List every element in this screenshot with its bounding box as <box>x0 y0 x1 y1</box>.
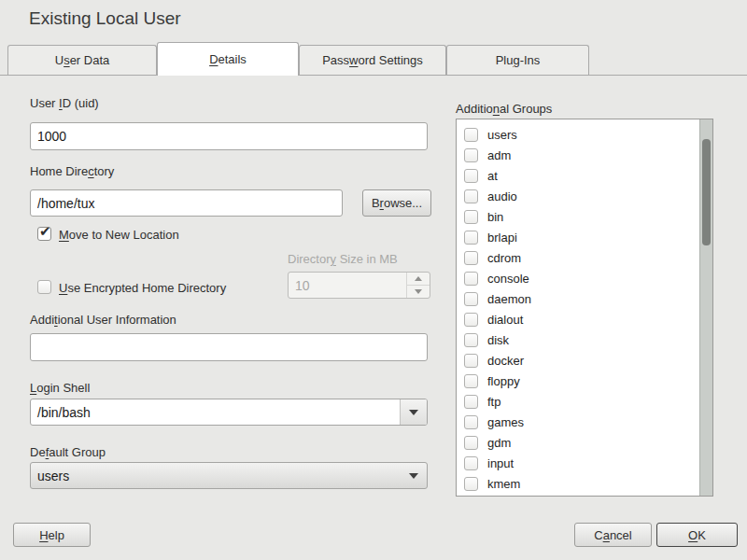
tab-details[interactable]: Details <box>157 42 299 76</box>
group-label: disk <box>487 333 509 347</box>
additional-groups-label: Additional Groups <box>456 102 552 116</box>
page-title: Existing Local User <box>29 8 181 29</box>
additional-info-label: Additional User Information <box>30 313 176 327</box>
scrollbar-thumb[interactable] <box>702 139 711 245</box>
group-checkbox[interactable] <box>464 169 478 183</box>
group-label: daemon <box>487 292 531 306</box>
tab-bar: User DataDetailsPassword SettingsPlug-In… <box>7 42 589 76</box>
group-row[interactable]: dialout <box>457 309 699 329</box>
chevron-down-icon <box>409 410 418 415</box>
use-encrypted-home-label: Use Encrypted Home Directory <box>59 281 226 295</box>
browse-button[interactable]: Browse... <box>362 189 431 217</box>
group-row[interactable]: users <box>457 124 699 145</box>
tab-password-settings[interactable]: Password Settings <box>299 45 446 75</box>
group-row[interactable]: adm <box>457 145 699 165</box>
group-row[interactable]: disk <box>457 329 699 350</box>
group-label: games <box>487 415 524 429</box>
group-label: console <box>487 272 529 286</box>
default-group-dropdown-button[interactable] <box>401 463 427 488</box>
existing-local-user-dialog: Existing Local User User DataDetailsPass… <box>0 0 747 560</box>
use-encrypted-home-checkbox[interactable] <box>37 280 51 294</box>
directory-size-label: Directory Size in MB <box>288 252 398 266</box>
group-row[interactable]: brlapi <box>457 227 699 247</box>
group-row[interactable]: floppy <box>457 371 699 391</box>
group-row[interactable]: daemon <box>457 288 699 309</box>
group-label: dialout <box>487 313 523 327</box>
group-label: docker <box>487 354 524 368</box>
group-checkbox[interactable] <box>464 148 478 162</box>
group-row[interactable]: lock <box>457 494 699 496</box>
spinner-value: 10 <box>295 278 310 293</box>
group-checkbox[interactable] <box>464 333 478 347</box>
spinner-arrows <box>406 273 430 298</box>
group-label: gdm <box>487 436 511 450</box>
group-list-scrollbar[interactable] <box>699 119 712 496</box>
group-label: at <box>487 169 498 183</box>
arrow-down-icon <box>415 289 422 294</box>
group-checkbox[interactable] <box>464 436 478 450</box>
group-row[interactable]: docker <box>457 350 699 371</box>
group-checkbox[interactable] <box>464 189 478 203</box>
home-directory-label: Home Directory <box>30 164 114 178</box>
tab-plug-ins[interactable]: Plug-Ins <box>446 45 589 75</box>
login-shell-label: Login Shell <box>30 381 90 395</box>
ok-button[interactable]: OK <box>656 523 738 547</box>
additional-groups-list[interactable]: usersadmataudiobinbrlapicdromconsoledaem… <box>456 119 713 497</box>
group-label: adm <box>487 148 511 162</box>
group-checkbox[interactable] <box>464 477 478 491</box>
move-to-new-location-label: Move to New Location <box>59 228 179 242</box>
group-checkbox[interactable] <box>464 231 478 245</box>
group-row[interactable]: console <box>457 268 699 288</box>
chevron-down-icon <box>409 473 418 479</box>
group-label: ftp <box>487 395 500 409</box>
group-checkbox[interactable] <box>464 395 478 409</box>
group-row[interactable]: kmem <box>457 473 699 494</box>
login-shell-combobox[interactable]: /bin/bash <box>30 399 428 426</box>
cancel-button[interactable]: Cancel <box>574 523 652 547</box>
group-checkbox[interactable] <box>464 313 478 327</box>
group-checkbox[interactable] <box>464 251 478 265</box>
directory-size-spinner: 10 <box>288 272 430 299</box>
group-row[interactable]: bin <box>457 206 699 227</box>
default-group-label: Default Group <box>30 445 106 459</box>
group-checkbox[interactable] <box>464 128 478 142</box>
group-label: input <box>487 456 514 470</box>
group-row[interactable]: input <box>457 453 699 473</box>
group-label: audio <box>487 189 517 203</box>
group-checkbox[interactable] <box>464 272 478 286</box>
default-group-combobox[interactable]: users <box>30 462 428 489</box>
group-row[interactable]: gdm <box>457 432 699 453</box>
group-label: floppy <box>487 374 520 388</box>
group-row[interactable]: cdrom <box>457 247 699 268</box>
login-shell-value: /bin/bash <box>31 405 400 420</box>
group-label: brlapi <box>487 231 517 245</box>
additional-info-input[interactable] <box>30 333 428 361</box>
arrow-up-icon <box>415 276 422 281</box>
group-checkbox[interactable] <box>464 354 478 368</box>
move-to-new-location-checkbox[interactable] <box>37 227 51 241</box>
group-row[interactable]: at <box>457 165 699 186</box>
login-shell-dropdown-button[interactable] <box>400 399 427 425</box>
group-checkbox[interactable] <box>464 415 478 429</box>
spinner-up-button <box>407 273 430 285</box>
spinner-down-button <box>407 285 430 298</box>
group-label: kmem <box>487 477 520 491</box>
group-checkbox[interactable] <box>464 374 478 388</box>
group-rows: usersadmataudiobinbrlapicdromconsoledaem… <box>457 119 699 496</box>
group-label: bin <box>487 210 503 224</box>
group-row[interactable]: ftp <box>457 391 699 412</box>
group-checkbox[interactable] <box>464 292 478 306</box>
default-group-value: users <box>31 469 401 483</box>
group-label: users <box>487 128 517 142</box>
tab-user-data[interactable]: User Data <box>7 45 157 75</box>
group-checkbox[interactable] <box>464 456 478 470</box>
help-button[interactable]: Help <box>13 523 91 547</box>
group-label: cdrom <box>487 251 521 265</box>
user-id-label: User ID (uid) <box>30 96 99 110</box>
user-id-input[interactable] <box>30 122 428 150</box>
group-row[interactable]: audio <box>457 186 699 206</box>
home-directory-input[interactable] <box>30 189 343 217</box>
group-row[interactable]: games <box>457 412 699 432</box>
group-checkbox[interactable] <box>464 210 478 224</box>
